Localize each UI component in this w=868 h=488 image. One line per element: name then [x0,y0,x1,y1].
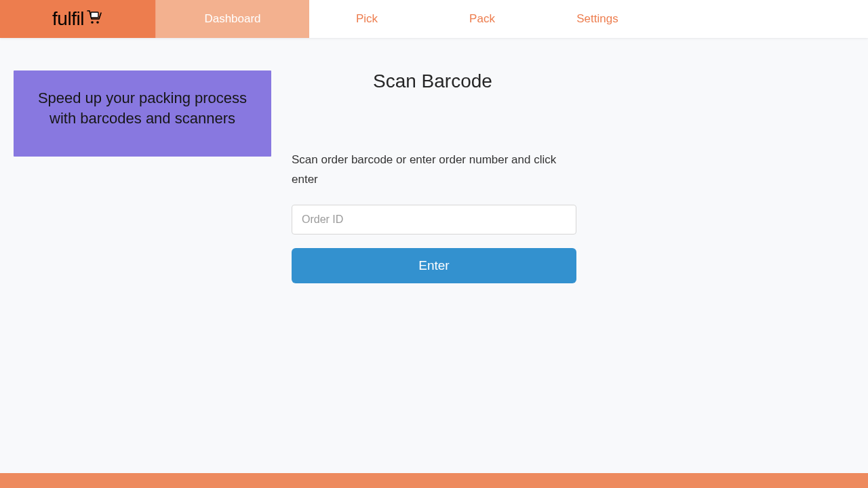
svg-point-1 [91,21,94,24]
scan-heading: Scan Barcode [373,70,576,92]
nav-label: Settings [576,12,618,26]
scan-instructions: Scan order barcode or enter order number… [292,150,576,190]
order-id-input[interactable] [292,205,576,235]
nav-tab-pack[interactable]: Pack [425,0,540,38]
footer-bar [0,473,868,488]
brand-name: fulfil [52,8,103,30]
promo-banner: Speed up your packing process with barco… [14,70,271,157]
top-navbar: fulfil Dashboard Pick Pack Settings [0,0,868,38]
nav-label: Pick [356,12,378,26]
scan-panel: Scan Barcode Scan order barcode or enter… [292,70,576,283]
nav-tab-pick[interactable]: Pick [309,0,425,38]
promo-text: Speed up your packing process with barco… [38,89,247,127]
svg-rect-0 [91,12,98,18]
nav-tab-dashboard[interactable]: Dashboard [156,0,309,38]
enter-button[interactable]: Enter [292,248,576,283]
cart-icon [85,8,103,30]
main-content: Speed up your packing process with barco… [0,38,868,283]
brand-text: fulfil [52,8,84,30]
svg-point-2 [96,21,99,24]
nav-label: Pack [469,12,495,26]
nav-tab-settings[interactable]: Settings [540,0,655,38]
nav-label: Dashboard [204,12,260,26]
brand-logo[interactable]: fulfil [0,0,156,38]
